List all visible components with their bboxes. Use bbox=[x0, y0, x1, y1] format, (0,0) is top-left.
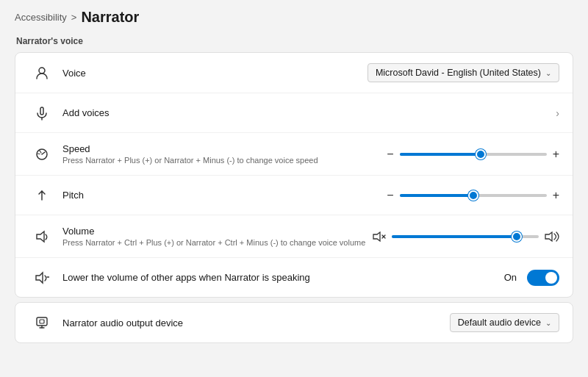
pitch-slider-thumb bbox=[468, 190, 478, 201]
audio-output-row: Narrator audio output device Default aud… bbox=[15, 303, 573, 342]
section-title-voice: Narrator's voice bbox=[16, 36, 573, 46]
lower-volume-toggle-label: On bbox=[504, 272, 517, 283]
audio-output-icon bbox=[29, 315, 55, 330]
breadcrumb-current: Narrator bbox=[81, 9, 139, 26]
speed-minus: − bbox=[387, 148, 393, 160]
svg-point-0 bbox=[39, 68, 45, 73]
pitch-slider-fill bbox=[400, 194, 473, 197]
lower-volume-label-col: Lower the volume of other apps when Narr… bbox=[55, 272, 504, 283]
audio-output-dropdown-chevron: ⌄ bbox=[545, 319, 551, 327]
voice-label: Voice bbox=[62, 68, 368, 79]
lower-volume-icon bbox=[29, 270, 55, 285]
volume-slider-container bbox=[373, 231, 559, 243]
pitch-label: Pitch bbox=[62, 190, 387, 201]
svg-marker-9 bbox=[545, 232, 552, 241]
volume-high-icon bbox=[545, 231, 559, 243]
svg-marker-6 bbox=[373, 232, 380, 241]
speed-row: Speed Press Narrator + Plus (+) or Narra… bbox=[15, 132, 573, 175]
add-voices-control: › bbox=[556, 107, 559, 119]
audio-output-dropdown-value: Default audio device bbox=[458, 317, 541, 328]
svg-rect-12 bbox=[37, 317, 47, 326]
audio-output-dropdown[interactable]: Default audio device ⌄ bbox=[450, 313, 559, 332]
svg-rect-13 bbox=[40, 320, 44, 323]
audio-output-control: Default audio device ⌄ bbox=[450, 313, 559, 332]
breadcrumb-separator: > bbox=[71, 12, 77, 23]
audio-output-label-col: Narrator audio output device bbox=[55, 317, 450, 328]
pitch-slider-track[interactable] bbox=[400, 194, 547, 197]
volume-slider-track[interactable] bbox=[392, 235, 539, 238]
lower-volume-toggle[interactable] bbox=[527, 270, 559, 286]
voice-dropdown-value: Microsoft David - English (United States… bbox=[376, 68, 541, 78]
volume-label: Volume bbox=[62, 226, 373, 237]
lower-volume-toggle-thumb bbox=[545, 272, 557, 284]
svg-rect-1 bbox=[40, 107, 43, 115]
page-container: Accessibility > Narrator Narrator's voic… bbox=[0, 0, 588, 362]
lower-volume-control: On bbox=[504, 270, 559, 286]
voice-settings-card: Voice Microsoft David - English (United … bbox=[15, 52, 573, 298]
voice-label-col: Voice bbox=[55, 68, 368, 79]
voice-row: Voice Microsoft David - English (United … bbox=[15, 53, 573, 93]
speed-slider-container: − + bbox=[387, 148, 559, 160]
speed-slider-thumb bbox=[476, 149, 486, 159]
volume-slider-fill bbox=[392, 235, 517, 238]
voice-dropdown-chevron: ⌄ bbox=[545, 69, 551, 77]
audio-output-label: Narrator audio output device bbox=[62, 317, 450, 328]
volume-sublabel: Press Narrator + Ctrl + Plus (+) or Narr… bbox=[62, 238, 373, 247]
pitch-slider-container: − + bbox=[387, 190, 559, 201]
speed-label-col: Speed Press Narrator + Plus (+) or Narra… bbox=[55, 143, 387, 165]
speed-control: − + bbox=[387, 148, 559, 160]
volume-row: Volume Press Narrator + Ctrl + Plus (+) … bbox=[15, 215, 573, 257]
speed-slider-track[interactable] bbox=[400, 153, 547, 156]
speed-sublabel: Press Narrator + Plus (+) or Narrator + … bbox=[62, 156, 387, 165]
add-voices-icon bbox=[29, 106, 55, 121]
volume-label-col: Volume Press Narrator + Ctrl + Plus (+) … bbox=[55, 226, 373, 247]
add-voices-label: Add voices bbox=[62, 107, 556, 118]
pitch-minus: − bbox=[387, 190, 393, 201]
volume-icon bbox=[29, 229, 55, 244]
speed-slider-fill bbox=[400, 153, 481, 156]
add-voices-chevron: › bbox=[556, 107, 559, 119]
breadcrumb-accessibility[interactable]: Accessibility bbox=[15, 12, 67, 23]
pitch-control: − + bbox=[387, 190, 559, 201]
add-voices-label-col: Add voices bbox=[55, 107, 556, 118]
svg-marker-5 bbox=[37, 231, 44, 242]
add-voices-row[interactable]: Add voices › bbox=[15, 93, 573, 132]
lower-volume-label: Lower the volume of other apps when Narr… bbox=[62, 272, 504, 283]
audio-output-card: Narrator audio output device Default aud… bbox=[15, 302, 573, 343]
pitch-plus: + bbox=[553, 190, 559, 201]
lower-volume-row: Lower the volume of other apps when Narr… bbox=[15, 257, 573, 297]
volume-control bbox=[373, 231, 559, 243]
pitch-icon bbox=[29, 188, 55, 203]
volume-mute-icon[interactable] bbox=[373, 231, 386, 242]
breadcrumb: Accessibility > Narrator bbox=[15, 9, 573, 26]
voice-control: Microsoft David - English (United States… bbox=[368, 63, 559, 82]
pitch-label-col: Pitch bbox=[55, 190, 387, 201]
volume-slider-thumb bbox=[512, 231, 522, 242]
voice-dropdown[interactable]: Microsoft David - English (United States… bbox=[368, 63, 559, 82]
speed-plus: + bbox=[553, 148, 559, 160]
speed-icon bbox=[29, 147, 55, 162]
svg-marker-10 bbox=[36, 273, 43, 283]
pitch-row: Pitch − + bbox=[15, 175, 573, 215]
speed-label: Speed bbox=[62, 143, 387, 154]
voice-icon bbox=[29, 65, 55, 80]
